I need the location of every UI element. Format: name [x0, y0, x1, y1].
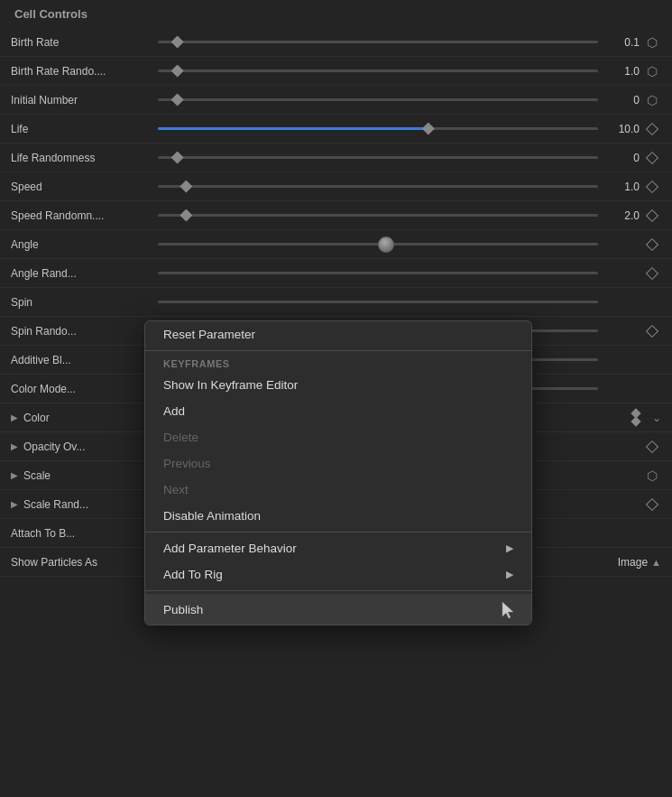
slider-life[interactable] [158, 127, 598, 130]
param-row-speed[interactable]: Speed 1.0 [0, 172, 672, 201]
param-value-birth-rate-rand: 1.0 [605, 65, 640, 78]
param-value-show-particles: Image [618, 556, 648, 569]
param-label-spin: Spin [11, 296, 151, 309]
keyframes-section-label: KEYFRAMES [163, 358, 230, 369]
param-row-spin[interactable]: Spin [0, 288, 672, 317]
param-icon-birth-rate-rand: ⬡ [643, 64, 661, 79]
param-row-birth-rate[interactable]: Birth Rate 0.1 ⬡ [0, 28, 672, 57]
slider-angle[interactable] [158, 243, 598, 246]
menu-item-add-to-rig[interactable]: Add To Rig ▶ [145, 561, 531, 588]
param-label-opacity-ov: Opacity Ov... [23, 440, 151, 453]
svg-marker-0 [502, 602, 513, 618]
param-label-scale-rand: Scale Rand... [23, 498, 151, 511]
panel-title: Cell Controls [14, 7, 87, 21]
menu-separator-1 [145, 350, 531, 351]
expand-arrow-scale[interactable]: ▶ [11, 470, 23, 480]
param-label-birth-rate-rand: Birth Rate Rando.... [11, 65, 151, 78]
param-label-speed: Speed [11, 181, 151, 193]
slider-angle-rand[interactable] [158, 272, 598, 274]
param-icon-opacity-ov [643, 442, 661, 451]
param-label-spin-rand: Spin Rando... [11, 325, 151, 338]
submenu-arrow-add-param: ▶ [506, 542, 513, 554]
menu-item-disable-animation-label: Disable Animation [163, 509, 261, 523]
sort-icon-show-particles: ▲ [651, 557, 661, 568]
param-icon-speed [643, 182, 661, 191]
menu-item-add-to-rig-label: Add To Rig [163, 568, 223, 581]
menu-section-keyframes: KEYFRAMES [145, 354, 531, 372]
param-label-life-randomness: Life Randomness [11, 152, 151, 164]
menu-separator-3 [145, 590, 531, 591]
param-label-speed-rand: Speed Randomn.... [11, 209, 151, 222]
param-icon-spin-rand [643, 327, 661, 336]
param-value-initial-number: 0 [605, 94, 640, 107]
param-label-scale: Scale [23, 469, 151, 482]
param-label-initial-number: Initial Number [11, 94, 151, 107]
section-header: Cell Controls [0, 0, 672, 28]
param-icon-angle-rand [643, 269, 661, 278]
param-icon-scale: ⬡ [643, 468, 661, 483]
param-value-life: 10.0 [605, 123, 640, 135]
menu-item-previous[interactable]: Previous [145, 450, 531, 477]
menu-item-add-label: Add [163, 404, 185, 418]
param-icon-life [643, 125, 661, 134]
menu-item-add-param-behavior-label: Add Parameter Behavior [163, 542, 297, 555]
expand-arrow-scale-rand[interactable]: ▶ [11, 499, 23, 509]
param-label-attach-to-b: Attach To B... [11, 527, 151, 540]
param-icon-speed-rand [643, 211, 661, 220]
param-value-birth-rate: 0.1 [605, 36, 640, 49]
param-label-angle-rand: Angle Rand... [11, 267, 151, 280]
param-icon-angle [643, 240, 661, 249]
slider-birth-rate-rand[interactable] [158, 70, 598, 72]
expand-arrow-opacity[interactable]: ▶ [11, 441, 23, 451]
slider-life-randomness[interactable] [158, 156, 598, 159]
menu-item-publish-label: Publish [163, 603, 203, 616]
context-menu: Reset Parameter KEYFRAMES Show In Keyfra… [144, 320, 532, 626]
param-row-birth-rate-rand[interactable]: Birth Rate Rando.... 1.0 ⬡ [0, 57, 672, 86]
submenu-arrow-add-to-rig: ▶ [506, 569, 513, 580]
menu-item-next[interactable]: Next [145, 477, 531, 503]
menu-separator-2 [145, 532, 531, 533]
cell-controls-panel: Cell Controls Birth Rate 0.1 ⬡ Birth Rat… [0, 0, 672, 797]
param-row-angle-rand[interactable]: Angle Rand... [0, 259, 672, 288]
chevron-down-icon-color: ⌄ [652, 412, 661, 424]
param-icon-scale-rand [643, 500, 661, 509]
param-row-initial-number[interactable]: Initial Number 0 ⬡ [0, 86, 672, 115]
param-label-additive-bl: Additive Bl... [11, 354, 151, 366]
param-label-life: Life [11, 123, 151, 135]
slider-speed-rand[interactable] [158, 214, 598, 217]
param-row-speed-rand[interactable]: Speed Randomn.... 2.0 [0, 201, 672, 230]
menu-item-next-label: Next [163, 483, 189, 496]
expand-arrow-color[interactable]: ▶ [11, 412, 23, 422]
param-label-angle: Angle [11, 238, 151, 251]
param-value-speed: 1.0 [605, 181, 640, 193]
slider-spin[interactable] [158, 301, 598, 303]
menu-item-show-keyframe[interactable]: Show In Keyframe Editor [145, 372, 531, 398]
slider-birth-rate[interactable] [158, 41, 598, 43]
menu-item-reset-label: Reset Parameter [163, 328, 255, 341]
param-label-show-particles: Show Particles As [11, 556, 151, 569]
param-value-life-randomness: 0 [605, 152, 640, 164]
slider-initial-number[interactable] [158, 98, 598, 101]
param-icon-life-randomness [643, 153, 661, 162]
menu-item-reset-parameter[interactable]: Reset Parameter [145, 321, 531, 348]
param-value-speed-rand: 2.0 [605, 209, 640, 222]
menu-item-previous-label: Previous [163, 457, 211, 470]
menu-item-add[interactable]: Add [145, 398, 531, 424]
param-label-color: Color [23, 412, 151, 424]
menu-item-publish[interactable]: Publish [145, 594, 531, 625]
menu-item-delete[interactable]: Delete [145, 424, 531, 450]
menu-item-disable-animation[interactable]: Disable Animation [145, 503, 531, 529]
param-row-life[interactable]: Life 10.0 [0, 115, 672, 144]
param-label-color-mode: Color Mode... [11, 383, 151, 395]
menu-item-show-keyframe-label: Show In Keyframe Editor [163, 378, 298, 392]
menu-item-add-param-behavior[interactable]: Add Parameter Behavior ▶ [145, 535, 531, 561]
slider-speed[interactable] [158, 185, 598, 188]
param-icon-birth-rate: ⬡ [643, 35, 661, 50]
menu-item-delete-label: Delete [163, 431, 198, 444]
param-row-life-randomness[interactable]: Life Randomness 0 [0, 144, 672, 172]
param-icon-initial-number: ⬡ [643, 93, 661, 107]
param-row-angle[interactable]: Angle [0, 230, 672, 259]
param-icon-color [627, 410, 645, 425]
cursor-icon [501, 600, 513, 618]
param-label-birth-rate: Birth Rate [11, 36, 151, 49]
